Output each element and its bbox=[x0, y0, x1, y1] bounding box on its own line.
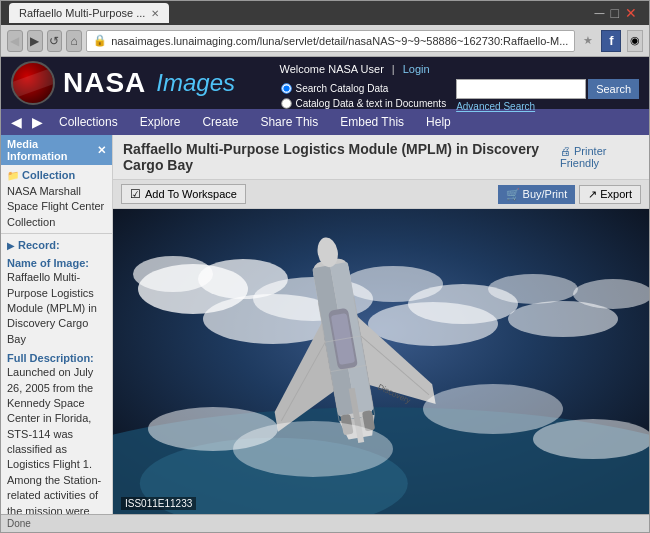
status-bar: Done bbox=[1, 514, 649, 532]
right-actions: 🛒 Buy/Print ↗ Export bbox=[498, 185, 641, 204]
sidebar-close-icon[interactable]: ✕ bbox=[97, 144, 106, 157]
sidebar: Media Information ✕ 📁 Collection NASA Ma… bbox=[1, 135, 113, 514]
title-bar: Raffaello Multi-Purpose ... ✕ ─ □ ✕ bbox=[1, 1, 649, 25]
site-content: NASA Images Welcome NASA User | Login Se… bbox=[1, 57, 649, 514]
address-bar[interactable]: 🔒 nasaimages.lunaimaging.com/luna/servle… bbox=[86, 30, 575, 52]
facebook-icon[interactable]: f bbox=[601, 30, 621, 52]
name-of-image-value: Raffaello Multi-Purpose Logistics Module… bbox=[1, 270, 112, 349]
site-header: NASA Images Welcome NASA User | Login Se… bbox=[1, 57, 649, 109]
nav-next-icon[interactable]: ▶ bbox=[28, 114, 47, 130]
search-text-radio[interactable] bbox=[281, 98, 291, 108]
nav-collections[interactable]: Collections bbox=[49, 113, 128, 131]
browser-tab[interactable]: Raffaello Multi-Purpose ... ✕ bbox=[9, 3, 169, 23]
collection-name: NASA Marshall Space Flight Center Collec… bbox=[1, 183, 112, 231]
action-bar: ☑ Add To Workspace 🛒 Buy/Print ↗ Export bbox=[113, 180, 649, 209]
nasa-images-wordmark: Images bbox=[156, 69, 235, 97]
forward-button[interactable]: ▶ bbox=[27, 30, 43, 52]
svg-point-5 bbox=[133, 256, 213, 292]
favorites-icon[interactable]: ★ bbox=[583, 34, 593, 47]
nav-embed[interactable]: Embed This bbox=[330, 113, 414, 131]
add-workspace-button[interactable]: ☑ Add To Workspace bbox=[121, 184, 246, 204]
collection-section: 📁 Collection bbox=[1, 165, 112, 183]
description-label: Full Description: bbox=[1, 349, 112, 365]
collection-label: Collection bbox=[22, 169, 75, 181]
close-icon[interactable]: ✕ bbox=[625, 5, 637, 21]
minimize-icon[interactable]: ─ bbox=[595, 5, 605, 21]
record-section: ▶ Record: bbox=[1, 236, 112, 254]
search-text-label: Catalog Data & text in Documents bbox=[296, 98, 447, 109]
search-radio-text[interactable]: Catalog Data & text in Documents bbox=[280, 97, 447, 110]
content-header: Raffaello Multi-Purpose Logistics Module… bbox=[113, 135, 649, 180]
svg-point-34 bbox=[423, 384, 563, 434]
nasa-logo: NASA Images bbox=[11, 61, 235, 105]
collection-folder-icon: 📁 bbox=[7, 170, 19, 181]
sidebar-header-label: Media Information bbox=[7, 138, 97, 162]
address-text: nasaimages.lunaimaging.com/luna/servlet/… bbox=[111, 35, 568, 47]
sidebar-header: Media Information ✕ bbox=[1, 135, 112, 165]
content-panel: Raffaello Multi-Purpose Logistics Module… bbox=[113, 135, 649, 514]
svg-point-11 bbox=[368, 302, 498, 346]
nav-share[interactable]: Share This bbox=[250, 113, 328, 131]
space-background: Discovery bbox=[113, 209, 649, 514]
welcome-text: Welcome NASA User bbox=[280, 63, 384, 75]
maximize-icon[interactable]: □ bbox=[611, 5, 619, 21]
nav-prev-icon[interactable]: ◀ bbox=[7, 114, 26, 130]
export-label: Export bbox=[600, 188, 632, 200]
browser-nav-bar: ◀ ▶ ↺ ⌂ 🔒 nasaimages.lunaimaging.com/lun… bbox=[1, 25, 649, 57]
description-value: Launched on July 26, 2005 from the Kenne… bbox=[1, 365, 112, 514]
buy-print-label: Buy/Print bbox=[523, 188, 568, 200]
site-nav: ◀ ▶ Collections Explore Create Share Thi… bbox=[1, 109, 649, 135]
export-arrow-icon: ↗ bbox=[588, 188, 597, 201]
buy-print-button[interactable]: 🛒 Buy/Print bbox=[498, 185, 576, 204]
svg-point-9 bbox=[488, 274, 578, 304]
header-right: Welcome NASA User | Login Search Catalog… bbox=[280, 63, 640, 112]
printer-friendly-link[interactable]: 🖨 Printer Friendly bbox=[560, 145, 639, 169]
refresh-button[interactable]: ↺ bbox=[47, 30, 63, 52]
name-of-image-label: Name of Image: bbox=[1, 254, 112, 270]
record-expand-icon[interactable]: ▶ bbox=[7, 240, 15, 251]
nasa-sphere-logo bbox=[11, 61, 55, 105]
back-button[interactable]: ◀ bbox=[7, 30, 23, 52]
search-catalog-radio[interactable] bbox=[281, 83, 291, 93]
status-text: Done bbox=[7, 518, 31, 529]
nav-help[interactable]: Help bbox=[416, 113, 461, 131]
welcome-bar: Welcome NASA User | Login bbox=[280, 63, 640, 75]
cart-icon: 🛒 bbox=[506, 188, 520, 201]
addon-icon[interactable]: ◉ bbox=[627, 30, 643, 52]
shuttle-image-container: Discovery bbox=[113, 209, 649, 514]
search-area: Search Catalog Data Catalog Data & text … bbox=[280, 79, 640, 112]
add-workspace-label: Add To Workspace bbox=[145, 188, 237, 200]
tab-close-icon[interactable]: ✕ bbox=[151, 8, 159, 19]
login-link[interactable]: Login bbox=[403, 63, 430, 75]
image-id-label: ISS011E11233 bbox=[121, 497, 196, 510]
search-radio-group: Search Catalog Data Catalog Data & text … bbox=[280, 82, 447, 110]
record-label: Record: bbox=[18, 239, 60, 251]
image-area: Discovery bbox=[113, 209, 649, 514]
search-button[interactable]: Search bbox=[588, 79, 639, 99]
advanced-search-link[interactable]: Advanced Search bbox=[456, 101, 639, 112]
search-catalog-label: Search Catalog Data bbox=[296, 83, 389, 94]
export-button[interactable]: ↗ Export bbox=[579, 185, 641, 204]
search-input-area: Search Advanced Search bbox=[456, 79, 639, 112]
svg-point-35 bbox=[533, 419, 649, 459]
tab-title: Raffaello Multi-Purpose ... bbox=[19, 7, 145, 19]
main-content: Media Information ✕ 📁 Collection NASA Ma… bbox=[1, 135, 649, 514]
add-icon: ☑ bbox=[130, 187, 141, 201]
search-input[interactable] bbox=[456, 79, 586, 99]
home-button[interactable]: ⌂ bbox=[66, 30, 82, 52]
search-radio-catalog[interactable]: Search Catalog Data bbox=[280, 82, 447, 95]
nav-create[interactable]: Create bbox=[192, 113, 248, 131]
browser-frame: Raffaello Multi-Purpose ... ✕ ─ □ ✕ ◀ ▶ … bbox=[0, 0, 650, 533]
sidebar-divider-1 bbox=[1, 233, 112, 234]
nasa-wordmark: NASA bbox=[63, 67, 146, 99]
lock-icon: 🔒 bbox=[93, 34, 107, 47]
page-title: Raffaello Multi-Purpose Logistics Module… bbox=[123, 141, 560, 173]
nav-explore[interactable]: Explore bbox=[130, 113, 191, 131]
svg-point-36 bbox=[233, 421, 393, 477]
